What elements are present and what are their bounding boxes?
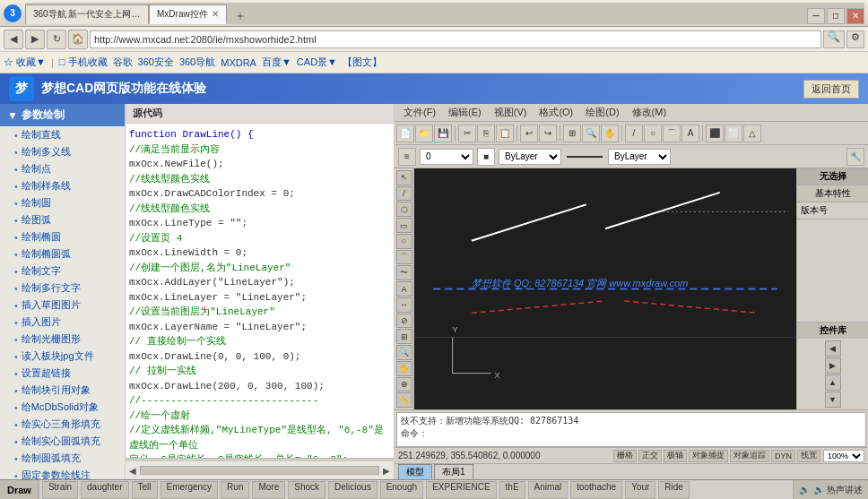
sidebar-item-2[interactable]: 绘制点 xyxy=(0,160,125,177)
fav-item-4[interactable]: 360导航 xyxy=(179,56,215,69)
tab-mxdraw[interactable]: MxDraw控件 ✕ xyxy=(149,4,227,24)
minimize-button[interactable]: ─ xyxy=(807,8,825,24)
sidebar-item-6[interactable]: 绘制椭圆 xyxy=(0,228,125,245)
tb-redo[interactable]: ↪ xyxy=(539,125,557,142)
tb-save[interactable]: 💾 xyxy=(434,125,452,142)
tb-prop[interactable]: 🔧 xyxy=(846,148,864,166)
rt-btn2[interactable]: ▶ xyxy=(825,357,841,374)
sidebar-item-13[interactable]: 读入板块jpg文件 xyxy=(0,348,125,365)
layer-select[interactable]: 0 xyxy=(420,149,473,165)
sidebar-item-10[interactable]: 插入草图图片 xyxy=(0,297,125,314)
sidebar-item-19[interactable]: 绘制圆弧填充 xyxy=(0,450,125,467)
lt-measure[interactable]: 📏 xyxy=(396,392,412,408)
tray-icon1[interactable]: 🔊 xyxy=(799,485,810,495)
home-button[interactable]: 🏠 xyxy=(68,30,88,49)
lt-circle[interactable]: ○ xyxy=(396,234,412,249)
scroll-right-btn[interactable]: ▶ xyxy=(383,466,390,476)
tb-pan[interactable]: ✋ xyxy=(601,125,619,142)
taskbar-item-12[interactable]: toothache xyxy=(570,481,622,499)
tb-new[interactable]: 📄 xyxy=(396,125,414,142)
status-btn-5[interactable]: DYN xyxy=(771,450,795,462)
status-btn-6[interactable]: 线宽 xyxy=(797,450,820,462)
tb-paste[interactable]: 📋 xyxy=(496,125,514,142)
sidebar-item-15[interactable]: 绘制块引用对象 xyxy=(0,382,125,399)
fav-item-8[interactable]: 【图文】 xyxy=(343,56,382,69)
status-btn-3[interactable]: 对象捕捉 xyxy=(689,450,728,462)
code-scrollbar[interactable] xyxy=(140,466,379,475)
sidebar-item-18[interactable]: 绘制实心圆弧填充 xyxy=(0,433,125,450)
taskbar-start-button[interactable]: Draw xyxy=(0,480,39,500)
lt-pan[interactable]: ✋ xyxy=(396,361,412,376)
close-button[interactable]: ✕ xyxy=(846,8,864,24)
taskbar-item-11[interactable]: Animal xyxy=(528,481,569,499)
sidebar-item-11[interactable]: 插入图片 xyxy=(0,314,125,331)
sidebar-item-20[interactable]: 固定参数绘线注 xyxy=(0,467,125,479)
scroll-left-btn[interactable]: ◀ xyxy=(129,466,136,476)
tb-more1[interactable]: ⬛ xyxy=(706,125,724,142)
rt-btn4[interactable]: ▼ xyxy=(825,391,841,408)
tab-close-icon[interactable]: ✕ xyxy=(212,9,219,19)
fav-item-0[interactable]: ☆ 收藏▼ xyxy=(4,56,46,69)
taskbar-item-10[interactable]: thE xyxy=(499,481,525,499)
tb-zoom-in[interactable]: 🔍 xyxy=(582,125,600,142)
taskbar-item-2[interactable]: Tell xyxy=(132,481,158,499)
settings-button[interactable]: ⚙ xyxy=(846,30,864,48)
fav-item-1[interactable]: □ 手机收藏 xyxy=(59,56,108,69)
tb-color[interactable]: ■ xyxy=(477,148,495,166)
taskbar-item-8[interactable]: Enough xyxy=(380,481,423,499)
fav-item-5[interactable]: MXDRA xyxy=(221,57,256,68)
cad-menu-2[interactable]: 视图(V) xyxy=(489,104,533,121)
maximize-button[interactable]: □ xyxy=(827,8,845,24)
back-button[interactable]: ◀ xyxy=(4,30,23,49)
lt-dim[interactable]: ↔ xyxy=(396,297,412,313)
cad-viewport[interactable]: Y X 梦想软件 QQ: 827867134 官网 www.mxdraw.com xyxy=(414,168,796,409)
zoom-select[interactable]: 100% xyxy=(823,450,864,462)
status-btn-2[interactable]: 极轴 xyxy=(664,450,687,462)
sidebar-item-8[interactable]: 绘制文字 xyxy=(0,262,125,280)
search-button[interactable]: 🔍 xyxy=(823,30,845,48)
refresh-button[interactable]: ↻ xyxy=(47,30,66,49)
lt-insert[interactable]: ⊞ xyxy=(396,329,412,344)
lt-rect[interactable]: ▭ xyxy=(396,218,412,233)
url-input[interactable] xyxy=(90,30,821,48)
taskbar-item-14[interactable]: Ride xyxy=(658,481,690,499)
sidebar-item-5[interactable]: 绘图弧 xyxy=(0,211,125,228)
tb-layer-mgr[interactable]: ≡ xyxy=(398,148,416,166)
tb-zoom-extent[interactable]: ⊞ xyxy=(563,125,581,142)
lt-hatch[interactable]: ⊘ xyxy=(396,314,412,329)
forward-button[interactable]: ▶ xyxy=(25,30,45,49)
status-btn-1[interactable]: 正交 xyxy=(638,450,662,462)
lt-poly[interactable]: ⬡ xyxy=(396,202,412,217)
tb-text[interactable]: A xyxy=(681,125,699,142)
taskbar-item-7[interactable]: Delicious xyxy=(328,481,378,499)
lt-text[interactable]: A xyxy=(396,281,412,297)
lt-spline[interactable]: 〜 xyxy=(396,265,412,280)
tb-undo[interactable]: ↩ xyxy=(520,125,538,142)
lt-zoom[interactable]: 🔍 xyxy=(396,345,412,360)
new-tab-button[interactable]: ＋ xyxy=(227,8,254,24)
lineweight-select[interactable]: ByLayer xyxy=(608,149,671,165)
return-home-button[interactable]: 返回首页 xyxy=(803,80,859,99)
lt-line[interactable]: / xyxy=(396,186,412,202)
cad-menu-3[interactable]: 格式(O) xyxy=(534,104,578,121)
sidebar-item-16[interactable]: 给McDbSolid对象 xyxy=(0,399,125,416)
fav-item-6[interactable]: 百度▼ xyxy=(262,56,291,69)
tb-more2[interactable]: ⬜ xyxy=(725,125,742,142)
sidebar-item-4[interactable]: 绘制圆 xyxy=(0,194,125,211)
sidebar-collapse-icon[interactable]: ▼ xyxy=(7,109,18,122)
cad-menu-4[interactable]: 绘图(D) xyxy=(580,104,624,121)
sidebar-item-1[interactable]: 绘制多义线 xyxy=(0,143,125,160)
taskbar-item-0[interactable]: Strain xyxy=(42,481,78,499)
sidebar-item-12[interactable]: 绘制光栅图形 xyxy=(0,331,125,348)
cad-menu-1[interactable]: 编辑(E) xyxy=(443,104,487,121)
model-tab[interactable]: 模型 xyxy=(398,464,432,480)
taskbar-item-3[interactable]: Emergency xyxy=(161,481,219,499)
taskbar-item-5[interactable]: More xyxy=(252,481,285,499)
fav-item-3[interactable]: 360安全 xyxy=(138,56,174,69)
taskbar-item-1[interactable]: daughter xyxy=(81,481,128,499)
lt-pointer[interactable]: ↖ xyxy=(396,170,412,185)
tb-circle[interactable]: ○ xyxy=(644,125,662,142)
taskbar-item-4[interactable]: Run xyxy=(221,481,249,499)
sidebar-item-0[interactable]: 绘制直线 xyxy=(0,126,125,143)
cad-menu-5[interactable]: 修改(M) xyxy=(627,104,673,121)
